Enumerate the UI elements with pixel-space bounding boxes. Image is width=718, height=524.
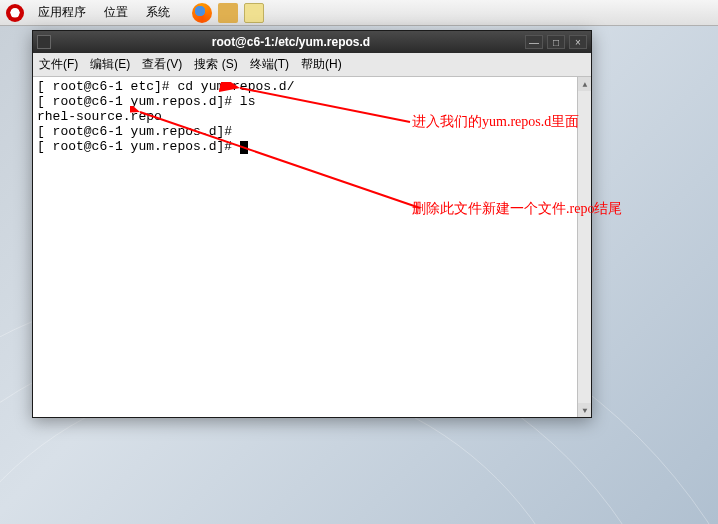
menu-help[interactable]: 帮助(H) <box>301 56 342 73</box>
terminal-line: [ root@c6-1 yum.repos.d]# <box>37 139 587 154</box>
close-button[interactable]: × <box>569 35 587 49</box>
menu-view[interactable]: 查看(V) <box>142 56 182 73</box>
annotation-text-enter: 进入我们的yum.repos.d里面 <box>412 113 579 131</box>
menu-file[interactable]: 文件(F) <box>39 56 78 73</box>
window-title: root@c6-1:/etc/yum.repos.d <box>57 35 525 49</box>
menu-search[interactable]: 搜索 (S) <box>194 56 237 73</box>
panel-menu-system[interactable]: 系统 <box>142 4 174 21</box>
terminal-line: [ root@c6-1 etc]# cd yum.repos.d/ <box>37 79 587 94</box>
terminal-cursor <box>240 141 248 154</box>
terminal-window: root@c6-1:/etc/yum.repos.d — □ × 文件(F) 编… <box>32 30 592 418</box>
annotation-text-delete: 删除此文件新建一个文件.repo结尾 <box>412 200 622 218</box>
firefox-launcher-icon[interactable] <box>192 3 212 23</box>
menu-edit[interactable]: 编辑(E) <box>90 56 130 73</box>
terminal-app-icon <box>37 35 51 49</box>
scroll-down-icon[interactable]: ▼ <box>578 403 591 417</box>
file-manager-launcher-icon[interactable] <box>218 3 238 23</box>
terminal-menubar: 文件(F) 编辑(E) 查看(V) 搜索 (S) 终端(T) 帮助(H) <box>33 53 591 77</box>
panel-menu-places[interactable]: 位置 <box>100 4 132 21</box>
notes-launcher-icon[interactable] <box>244 3 264 23</box>
panel-menu-applications[interactable]: 应用程序 <box>34 4 90 21</box>
minimize-button[interactable]: — <box>525 35 543 49</box>
maximize-button[interactable]: □ <box>547 35 565 49</box>
terminal-line: [ root@c6-1 yum.repos.d]# ls <box>37 94 587 109</box>
distro-logo-icon[interactable] <box>6 4 24 22</box>
desktop-top-panel: 应用程序 位置 系统 <box>0 0 718 26</box>
window-titlebar[interactable]: root@c6-1:/etc/yum.repos.d — □ × <box>33 31 591 53</box>
menu-terminal[interactable]: 终端(T) <box>250 56 289 73</box>
scroll-up-icon[interactable]: ▲ <box>578 77 591 91</box>
